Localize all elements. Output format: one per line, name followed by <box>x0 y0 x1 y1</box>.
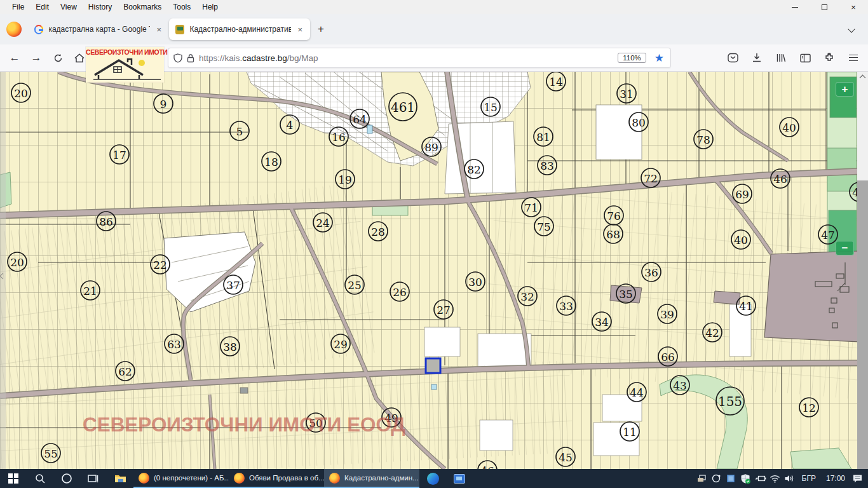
svg-text:82: 82 <box>467 163 481 176</box>
close-button[interactable]: × <box>839 0 868 14</box>
puzzle-piece-icon <box>824 53 834 63</box>
tray-defender-button[interactable] <box>739 469 752 488</box>
tray-volume-button[interactable] <box>783 469 796 488</box>
start-button[interactable] <box>0 469 27 488</box>
taskbar-search-button[interactable] <box>27 469 53 488</box>
action-center-button[interactable] <box>851 469 864 488</box>
cortana-icon <box>61 473 72 484</box>
firefox-icon <box>329 473 340 484</box>
map-canvas[interactable]: 2091754641646189151481838231807840726946… <box>0 72 868 469</box>
download-icon <box>752 53 762 63</box>
extensions-button[interactable] <box>820 48 839 67</box>
maximize-button[interactable] <box>810 0 839 14</box>
url-text: https://kais.cadastre.bg/bg/Map <box>199 53 613 63</box>
map-zoom-out-button[interactable]: − <box>836 241 854 255</box>
clock[interactable]: 17:00 <box>822 474 850 483</box>
tray-battery-button[interactable] <box>754 469 767 488</box>
tab-google-search[interactable]: кадастрална карта - Google Тъ × <box>28 18 169 40</box>
file-explorer-button[interactable] <box>107 469 133 488</box>
cadastre-map[interactable]: 2091754641646189151481838231807840726946… <box>0 72 868 469</box>
menu-file[interactable]: File <box>6 1 30 13</box>
taskbar-window-cadastre[interactable]: Кадастрално-админ... <box>324 469 419 488</box>
task-view-button[interactable] <box>80 469 107 488</box>
sidebars-button[interactable] <box>796 48 815 67</box>
menu-edit[interactable]: Edit <box>30 1 55 13</box>
svg-text:38: 38 <box>223 341 237 353</box>
menu-help[interactable]: Help <box>196 1 224 13</box>
svg-text:4: 4 <box>287 119 294 132</box>
menu-history[interactable]: History <box>83 1 118 13</box>
tab-close-icon[interactable]: × <box>155 25 163 34</box>
svg-text:16: 16 <box>332 131 346 144</box>
svg-text:55: 55 <box>44 447 58 460</box>
watermark-text: СЕВЕРОИЗТОЧНИ ИМОТИ ЕООД <box>83 413 405 436</box>
page-zoom-indicator[interactable]: 110% <box>618 53 646 63</box>
svg-text:68: 68 <box>606 228 620 241</box>
tray-wifi-button[interactable] <box>768 469 782 488</box>
agency-logo-title: СЕВЕРОИЗТОЧНИ ИМОТИ <box>86 47 164 56</box>
svg-text:5: 5 <box>236 125 243 138</box>
svg-text:40: 40 <box>782 121 796 134</box>
svg-text:78: 78 <box>696 133 710 146</box>
pocket-button[interactable] <box>723 48 742 67</box>
library-button[interactable] <box>771 48 790 67</box>
tab-close-icon[interactable]: × <box>296 25 304 34</box>
svg-text:36: 36 <box>644 266 658 279</box>
taskbar-window-mail[interactable]: (0 непрочетени) - АБ... <box>133 469 229 488</box>
svg-text:76: 76 <box>607 210 621 222</box>
minimize-icon <box>792 7 798 8</box>
back-button[interactable]: ← <box>5 48 24 67</box>
menu-view[interactable]: View <box>55 1 83 13</box>
lock-icon <box>187 53 194 63</box>
svg-text:64: 64 <box>353 113 367 126</box>
map-zoom-in-button[interactable]: + <box>836 82 854 97</box>
taskbar-window-label: Обяви Продава в об... <box>249 474 324 482</box>
vertical-scrollbar[interactable] <box>857 72 868 469</box>
svg-text:81: 81 <box>536 131 550 144</box>
google-favicon <box>34 25 43 34</box>
url-bar[interactable]: https://kais.cadastre.bg/bg/Map 110% ★ <box>168 48 671 68</box>
svg-text:29: 29 <box>334 338 348 351</box>
library-icon <box>776 53 786 63</box>
svg-text:30: 30 <box>468 276 482 288</box>
language-indicator[interactable]: БГР <box>797 474 820 483</box>
menu-tools[interactable]: Tools <box>167 1 196 13</box>
list-all-tabs-chevron-icon[interactable] <box>845 22 859 36</box>
edge-button[interactable] <box>419 469 446 488</box>
kais-favicon <box>175 25 184 34</box>
tab-cadastre-map[interactable]: Кадастрално-административн × <box>169 18 310 40</box>
pocket-icon <box>728 53 738 63</box>
speaker-icon <box>784 474 794 483</box>
downloads-button[interactable] <box>747 48 766 67</box>
firefox-icon <box>234 473 245 484</box>
notification-bubble-icon <box>852 474 863 484</box>
svg-text:89: 89 <box>424 141 438 154</box>
scroll-up-arrow-icon[interactable] <box>860 75 866 81</box>
selected-parcel[interactable] <box>426 358 440 373</box>
taskbar-window-label: Кадастрално-админ... <box>344 474 419 482</box>
forward-button[interactable]: → <box>27 48 46 67</box>
pinned-app-button[interactable] <box>446 469 473 488</box>
svg-text:9: 9 <box>160 98 167 111</box>
tray-windows-button[interactable] <box>695 469 709 488</box>
bookmark-star-icon[interactable]: ★ <box>654 51 664 65</box>
svg-text:80: 80 <box>632 116 646 129</box>
scrollbar-thumb[interactable] <box>857 180 868 469</box>
taskbar-window-listings[interactable]: Обяви Продава в об... <box>229 469 324 488</box>
task-view-icon <box>88 473 99 484</box>
minimize-button[interactable] <box>780 0 810 14</box>
firefox-logo-icon <box>6 22 22 37</box>
hamburger-icon <box>849 55 858 61</box>
svg-text:72: 72 <box>644 172 658 185</box>
tray-display-button[interactable] <box>724 469 738 488</box>
new-tab-button[interactable]: + <box>310 20 332 38</box>
cortana-button[interactable] <box>53 469 80 488</box>
tray-sync-button[interactable] <box>710 469 723 488</box>
menu-bookmarks[interactable]: Bookmarks <box>118 1 167 13</box>
app-menu-button[interactable] <box>844 48 863 67</box>
edge-icon <box>427 473 439 485</box>
search-icon <box>35 473 46 484</box>
reload-button[interactable] <box>48 48 67 67</box>
app-icon <box>454 474 465 484</box>
svg-text:20: 20 <box>10 256 24 269</box>
